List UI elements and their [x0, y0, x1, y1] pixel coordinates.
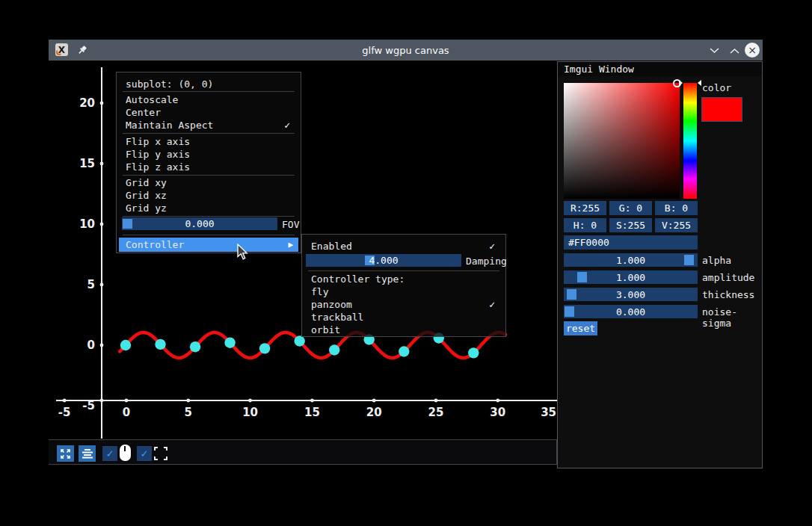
y-tick-label: 10 [79, 217, 95, 231]
submenu-arrow-icon: ▶ [288, 240, 293, 250]
wave-marker-dot [224, 338, 235, 348]
y-tick-dot [100, 162, 104, 166]
separator [123, 133, 295, 134]
y-tick-label: 20 [79, 96, 95, 110]
slider-value: 1.000 [564, 253, 698, 267]
x-tick-dot [63, 399, 67, 403]
saturation-value-picker[interactable] [564, 83, 680, 199]
x-tick-label: 5 [185, 406, 192, 419]
thickness-slider[interactable]: 3.000 [564, 288, 698, 301]
reset-button[interactable]: reset [564, 321, 597, 335]
imgui-window-title[interactable]: Imgui Window [558, 62, 762, 76]
alpha-slider[interactable]: 1.000 [564, 253, 698, 267]
noise-sigma-slider[interactable]: 0.000 [564, 305, 698, 318]
menu-item-label: Controller [126, 239, 184, 250]
damping-slider[interactable]: 4.000 [306, 254, 461, 267]
x-tick-dot [434, 399, 438, 403]
menu-item-orbit[interactable]: orbit [304, 324, 503, 336]
wave-marker-dot [295, 335, 305, 346]
menu-item-grid-xy[interactable]: Grid xy [119, 176, 298, 189]
x-tick-label: 25 [428, 406, 444, 419]
color-swatch[interactable] [701, 97, 742, 122]
center-button[interactable] [79, 445, 96, 462]
menu-item-trackball[interactable]: trackball [304, 311, 503, 324]
checkmark-icon: ✓ [284, 120, 290, 131]
menu-item-center[interactable]: Center [119, 106, 298, 119]
x-tick-label: 0 [123, 406, 130, 419]
pan-checkbox[interactable]: ✓ [102, 446, 117, 461]
mouse-notch [124, 446, 126, 451]
x-tick-dot [372, 399, 376, 403]
hue-bar[interactable] [683, 83, 697, 199]
wave-marker-dot [468, 347, 479, 358]
amplitude-slider[interactable]: 1.000 [564, 270, 698, 284]
mouse-icon [119, 445, 132, 462]
x-tick-label: 15 [304, 406, 320, 419]
red-field[interactable]: R:255 [564, 201, 606, 215]
menu-item-autoscale[interactable]: Autoscale [119, 93, 298, 106]
expand-arrows-icon [60, 448, 71, 460]
menu-item-label: Maintain Aspect [126, 120, 213, 131]
y-tick-dot [100, 344, 104, 347]
slider-value: 0.000 [564, 305, 698, 318]
color-label: color [702, 82, 731, 93]
menu-item-grid-yz[interactable]: Grid yz [119, 202, 298, 214]
thickness-label: thickness [702, 289, 754, 300]
menu-item-panzoom[interactable]: panzoom ✓ [304, 298, 503, 311]
value-field[interactable]: V:255 [655, 218, 698, 232]
controller-submenu: Enabled ✓ 4.000 Damping Controller type:… [301, 234, 506, 337]
slider-value: 4.000 [306, 254, 461, 267]
menu-header-controller-type: Controller type: [304, 273, 503, 285]
y-tick-label: -5 [82, 399, 95, 412]
y-tick-label: 15 [79, 157, 95, 170]
menu-item-fly[interactable]: fly [304, 285, 503, 298]
green-field[interactable]: G: 0 [609, 201, 652, 215]
y-tick-dot [100, 102, 104, 105]
wave-marker-dot [329, 344, 339, 355]
imgui-window[interactable]: Imgui Window color R:255 G: 0 B: 0 H: 0 … [557, 61, 763, 468]
autoscale-button[interactable] [57, 445, 74, 462]
zoom-checkbox[interactable]: ✓ [137, 446, 152, 461]
fullscreen-icon[interactable] [154, 447, 167, 460]
x-tick-dot [125, 399, 129, 403]
plot-toolbar: ✓ ✓ [49, 439, 557, 465]
menu-item-flip-y[interactable]: Flip y axis [119, 148, 298, 161]
menu-item-maintain-aspect[interactable]: Maintain Aspect ✓ [119, 119, 298, 132]
y-tick-dot [100, 283, 104, 287]
x-tick-dot [496, 399, 499, 403]
wave-marker-dot [120, 340, 131, 350]
menu-item-flip-z[interactable]: Flip z axis [119, 161, 298, 173]
separator [123, 175, 295, 176]
slider-value: 0.000 [122, 217, 277, 230]
menu-item-controller[interactable]: Controller ▶ [119, 238, 298, 252]
separator [123, 216, 295, 217]
slider-value: 1.000 [564, 270, 698, 284]
slider-value: 3.000 [564, 288, 698, 301]
wave-marker-dot [155, 339, 165, 350]
axis-origin-dot [100, 399, 104, 403]
checkmark-icon: ✓ [489, 241, 495, 252]
blue-field[interactable]: B: 0 [655, 201, 698, 215]
x-tick-label: 20 [366, 406, 382, 419]
menu-item-label: Enabled [311, 241, 352, 252]
menu-item-flip-x[interactable]: Flip x axis [119, 135, 298, 148]
hue-marker-right-icon [698, 80, 701, 86]
separator [308, 270, 499, 271]
separator [123, 91, 295, 92]
saturation-field[interactable]: S:255 [609, 218, 652, 232]
hue-field[interactable]: H: 0 [564, 218, 606, 232]
menu-item-enabled[interactable]: Enabled ✓ [304, 240, 503, 253]
x-tick-label: 30 [490, 406, 505, 419]
fov-slider[interactable]: 0.000 [122, 217, 277, 230]
subplot-context-menu: subplot: (0, 0) Autoscale Center Maintai… [116, 72, 301, 253]
menu-item-label: panzoom [311, 299, 352, 310]
center-lines-icon [81, 448, 93, 459]
y-tick-label: 5 [87, 278, 95, 291]
separator [123, 235, 295, 235]
hex-field[interactable]: #FF0000 [564, 235, 698, 250]
menu-item-grid-xz[interactable]: Grid xz [119, 189, 298, 202]
wave-marker-dot [190, 341, 200, 352]
amplitude-label: amplitude [702, 272, 754, 283]
checkmark-icon: ✓ [489, 299, 495, 310]
alpha-label: alpha [702, 255, 731, 266]
